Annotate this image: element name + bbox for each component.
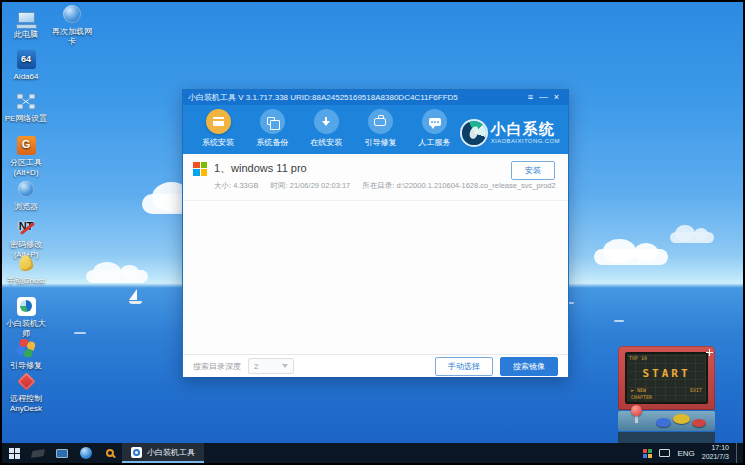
cloud xyxy=(86,270,148,283)
taskbar-icon-search[interactable] xyxy=(98,443,122,463)
clock[interactable]: 17:10 2021/7/3 xyxy=(702,444,729,462)
show-desktop-button[interactable] xyxy=(736,443,740,463)
depth-select[interactable]: 2 xyxy=(248,358,294,374)
tab-boot-repair[interactable]: 引导修复 xyxy=(353,109,407,154)
image-dir: 所在目录: d:\22000.1.210604-1628.co_release_… xyxy=(362,181,555,191)
browser-globe-icon xyxy=(3,178,49,200)
arcade-machine: TOP 10 START ► NEW CHAPTER EXIT xyxy=(618,346,715,447)
tab-online-install[interactable]: 在线安装 xyxy=(299,109,353,154)
window-title: 小白装机工具 V 3.1.717.338 URID:88A24525169518… xyxy=(188,92,524,103)
diskgenius-icon: G xyxy=(3,134,49,156)
desktop-icon-label: Aida64 xyxy=(3,72,49,82)
taskbar-icon-browser[interactable] xyxy=(74,443,98,463)
pc-icon xyxy=(3,6,49,28)
depth-label: 搜索目录深度 xyxy=(193,361,241,372)
desktop-icon-label: 手动Ghost xyxy=(3,276,49,286)
toolbox-icon xyxy=(368,109,393,134)
globe-reload-icon xyxy=(49,3,95,25)
globe-icon xyxy=(80,447,92,459)
desktop-icon-label: 再次加载网卡 xyxy=(49,27,95,46)
window-titlebar[interactable]: 小白装机工具 V 3.1.717.338 URID:88A24525169518… xyxy=(183,90,568,105)
windows-start-icon xyxy=(9,448,20,459)
sparkle xyxy=(706,349,713,356)
desktop-icon-this-pc[interactable]: 此电脑 xyxy=(3,6,49,40)
anydesk-diamond-icon xyxy=(3,370,49,392)
tab-manual-service[interactable]: 人工服务 xyxy=(408,109,462,154)
desktop-icon-label: 此电脑 xyxy=(3,30,49,40)
image-time: 时间: 21/06/29 02:03:17 xyxy=(271,181,351,191)
arcade-screen: TOP 10 START ► NEW CHAPTER EXIT xyxy=(625,352,708,404)
arcade-control-panel xyxy=(618,411,715,431)
desktop-icon-label: 分区工具(Alt+D) xyxy=(3,158,49,177)
arcade-menu-text: ► NEW CHAPTER xyxy=(631,387,652,400)
tab-system-install[interactable]: 系统安装 xyxy=(191,109,245,154)
desktop-icon-xiaobai-master[interactable]: 小白装机大师 xyxy=(3,295,49,338)
minimize-icon[interactable]: — xyxy=(537,91,550,104)
xiaobai-app-icon xyxy=(131,447,142,458)
sailboat xyxy=(129,289,142,304)
desktop-icon-anydesk[interactable]: 远程控制AnyDesk xyxy=(3,370,49,413)
xiaobai-logo-icon xyxy=(3,295,49,317)
desktop-icon-label: 小白装机大师 xyxy=(3,319,49,338)
desktop-icon-browser[interactable]: 浏览器 xyxy=(3,178,49,212)
cloud xyxy=(670,232,714,243)
menu-icon[interactable]: ≡ xyxy=(524,91,537,104)
brand-name: 小白系统 xyxy=(491,121,560,136)
clock-time: 17:10 xyxy=(702,444,729,453)
download-icon xyxy=(314,109,339,134)
brand-area: 小白系统 XIAOBAIXITONG.COM xyxy=(462,109,562,154)
taskbar-icon-display[interactable] xyxy=(50,443,74,463)
xiaobai-installer-window: 小白装机工具 V 3.1.717.338 URID:88A24525169518… xyxy=(182,89,569,377)
desktop-icon-aida64[interactable]: 64 Aida64 xyxy=(3,48,49,82)
close-icon[interactable]: × xyxy=(550,91,563,104)
arcade-button-yellow xyxy=(673,414,690,424)
pinwheel-icon xyxy=(3,337,49,359)
desktop-icon-label: PE网络设置 xyxy=(3,114,49,124)
desktop-icon-pe-network[interactable]: PE网络设置 xyxy=(3,90,49,124)
network-icon xyxy=(3,90,49,112)
search-image-button[interactable]: 搜索镜像 xyxy=(500,357,558,376)
arcade-start-text: START xyxy=(625,367,708,380)
manual-select-button[interactable]: 手动选择 xyxy=(435,357,493,376)
desktop-icon-ghost[interactable]: 手动Ghost xyxy=(3,252,49,286)
joystick-ball xyxy=(631,405,642,416)
taskbar: 小白装机工具 ENG 17:10 2021/7/3 xyxy=(2,443,743,463)
arcade-button-red xyxy=(692,419,706,427)
nav-bar: 系统安装 系统备份 在线安装 引导修复 人工服务 小白系统 xyxy=(183,105,568,154)
joystick-stem xyxy=(635,415,638,423)
desktop-icon-reload-network[interactable]: 再次加载网卡 xyxy=(49,3,95,46)
whitecap xyxy=(614,320,624,322)
arcade-top-text: TOP 10 xyxy=(629,355,647,361)
clock-date: 2021/7/3 xyxy=(702,453,729,462)
tab-system-backup[interactable]: 系统备份 xyxy=(245,109,299,154)
arcade-frame: TOP 10 START ► NEW CHAPTER EXIT xyxy=(618,346,715,410)
xiaobai-brand-icon xyxy=(462,121,486,145)
window-footer: 搜索目录深度 2 手动选择 搜索镜像 xyxy=(183,354,568,377)
ghost-icon xyxy=(3,252,49,274)
chat-icon xyxy=(422,109,447,134)
arcade-exit-text: EXIT xyxy=(690,387,702,400)
copy-files-icon xyxy=(260,109,285,134)
taskbar-app-xiaobai[interactable]: 小白装机工具 xyxy=(122,443,204,463)
arcade-button-blue xyxy=(656,418,671,427)
taskbar-icon-tool[interactable] xyxy=(26,443,50,463)
start-button[interactable] xyxy=(2,443,26,463)
tray-photos-icon[interactable] xyxy=(643,449,652,458)
desktop: 此电脑 再次加载网卡 64 Aida64 PE网络设置 G 分区工具(Alt+D… xyxy=(0,0,745,465)
install-box-icon xyxy=(206,109,231,134)
tray-monitor-icon[interactable] xyxy=(659,449,670,457)
desktop-icon-label: 浏览器 xyxy=(3,202,49,212)
image-title: 1、windows 11 pro xyxy=(214,161,307,176)
image-size: 大小: 4.33GB xyxy=(214,181,259,191)
whitecap xyxy=(74,332,86,334)
image-list: 1、windows 11 pro 大小: 4.33GB 时间: 21/06/29… xyxy=(183,154,568,354)
magnifier-icon xyxy=(106,449,114,457)
desktop-icon-diskgenius[interactable]: G 分区工具(Alt+D) xyxy=(3,134,49,177)
desktop-icon-boot-repair[interactable]: 引导修复 xyxy=(3,337,49,371)
install-button[interactable]: 安装 xyxy=(511,161,555,180)
language-indicator[interactable]: ENG xyxy=(677,449,694,458)
taskbar-app-label: 小白装机工具 xyxy=(147,447,195,458)
brand-site: XIAOBAIXITONG.COM xyxy=(491,138,560,144)
system-tray: ENG 17:10 2021/7/3 xyxy=(643,443,743,463)
cloud xyxy=(594,249,668,265)
